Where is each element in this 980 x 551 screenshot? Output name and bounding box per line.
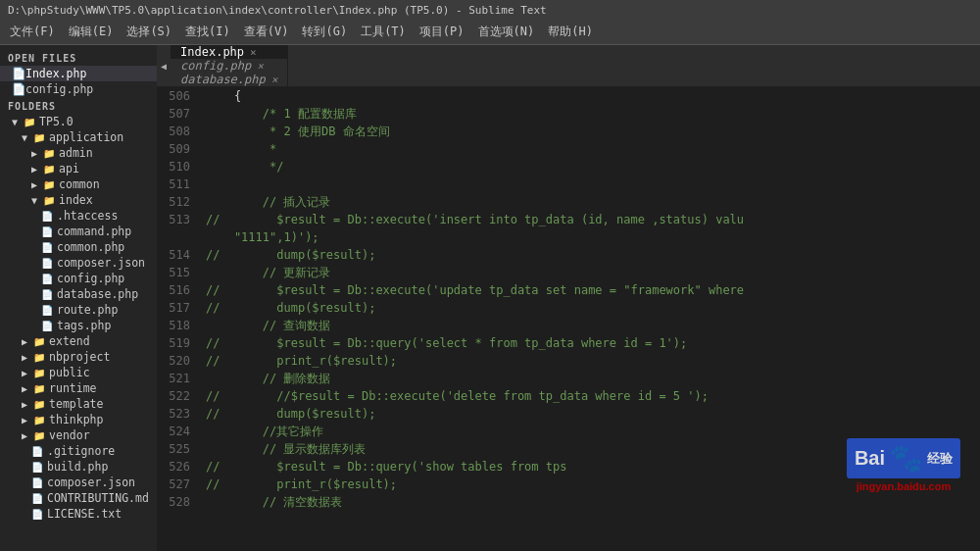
code-line-11: // $result = Db::execute('update tp_data… (206, 281, 980, 299)
line-number-cont (161, 228, 190, 246)
sidebar-item-commonphp[interactable]: 📄common.php (0, 239, 157, 255)
tree-icon: ▶ 📁 (31, 179, 55, 190)
tree-icon: 📄 (41, 289, 53, 300)
tree-label: LICENSE.txt (47, 507, 122, 521)
line-number-515: 515 (161, 264, 190, 281)
sidebar-item-composerjson[interactable]: 📄composer.json (0, 255, 157, 271)
sidebar-item-tagsphp[interactable]: 📄tags.php (0, 318, 157, 333)
sidebar-item-index[interactable]: ▼ 📁index (0, 192, 157, 208)
menu-item-N[interactable]: 首选项(N) (472, 22, 541, 42)
sidebar-item-routephp[interactable]: 📄route.php (0, 302, 157, 318)
tree-icon: 📄 (41, 226, 53, 237)
tree-label: .htaccess (57, 209, 118, 223)
sidebar-item-buildphp[interactable]: 📄build.php (0, 459, 157, 475)
tab-Indexphp[interactable]: Index.php× (171, 45, 288, 59)
menu-item-S[interactable]: 选择(S) (121, 22, 177, 42)
tree-label: admin (59, 146, 93, 160)
code-line-13: // 查询数据 (206, 317, 980, 334)
tree-label: command.php (57, 225, 131, 238)
sidebar-item-nbproject[interactable]: ▶ 📁nbproject (0, 349, 157, 365)
title-text: D:\phpStudy\WWW\TP5.0\application\index\… (8, 4, 547, 17)
line-number-506: 506 (161, 87, 190, 105)
tab-close[interactable]: × (271, 74, 278, 86)
code-line-14: // $result = Db::query('select * from tp… (206, 334, 980, 352)
line-number-519: 519 (161, 334, 190, 352)
menu-item-F[interactable]: 文件(F) (4, 22, 61, 42)
code-line-12: // dump($result); (206, 299, 980, 317)
tab-configphp[interactable]: config.php× (171, 59, 288, 73)
menu-item-T[interactable]: 工具(T) (355, 22, 412, 42)
code-line-17: // //$result = Db::execute('delete from … (206, 387, 980, 405)
line-number-522: 522 (161, 387, 190, 405)
tree-icon: ▶ 📁 (22, 430, 45, 441)
tab-close[interactable]: × (250, 46, 257, 59)
folders-label: FOLDERS (0, 97, 157, 114)
sidebar-item-databasephp[interactable]: 📄database.php (0, 286, 157, 302)
tree-icon: 📄 (41, 305, 53, 316)
menu-item-I[interactable]: 查找(I) (179, 22, 236, 42)
line-number-527: 527 (161, 476, 190, 493)
file-icon: 📄 (12, 82, 25, 96)
tab-prev[interactable]: ◀ (157, 45, 171, 86)
sidebar-open-file-config[interactable]: 📄 config.php (0, 81, 157, 97)
line-number-528: 528 (161, 493, 190, 511)
open-files-label: OPEN FILES (0, 49, 157, 66)
tabs-list: Index.php×config.php×database.php× (171, 45, 288, 86)
menu-item-G[interactable]: 转到(G) (296, 22, 353, 42)
code-line-8: "1111",1)'); (206, 228, 980, 246)
tree-label: application (49, 130, 123, 144)
tree-label: CONTRIBUTING.md (47, 491, 149, 505)
code-line-3: * (206, 140, 980, 158)
tab-close[interactable]: × (257, 60, 264, 73)
tree-label: composer.json (47, 476, 135, 489)
line-number-523: 523 (161, 405, 190, 423)
tree-icon: 📄 (41, 258, 53, 269)
sidebar-item-application[interactable]: ▼ 📁application (0, 129, 157, 145)
menu-item-P[interactable]: 项目(P) (414, 22, 470, 42)
sidebar-open-file-index[interactable]: 📄 Index.php (0, 66, 157, 81)
tree-label: runtime (49, 381, 96, 395)
code-line-23: // 清空数据表 (206, 493, 980, 511)
line-number-508: 508 (161, 123, 190, 140)
sidebar-item-CONTRIBUTINGmd[interactable]: 📄CONTRIBUTING.md (0, 490, 157, 506)
main-area: OPEN FILES 📄 Index.php 📄 config.php FOLD… (0, 45, 980, 551)
code-line-1: /* 1 配置数据库 (206, 105, 980, 123)
tree-icon: 📄 (31, 509, 43, 520)
code-line-7: // $result = Db::execute('insert into tp… (206, 211, 980, 228)
sidebar-item-template[interactable]: ▶ 📁template (0, 396, 157, 412)
sidebar-item-gitignore[interactable]: 📄.gitignore (0, 443, 157, 459)
sidebar-item-extend[interactable]: ▶ 📁extend (0, 333, 157, 349)
sidebar-item-vendor[interactable]: ▶ 📁vendor (0, 427, 157, 443)
line-numbers: 5065075085095105115125135145155165175185… (157, 87, 198, 551)
tab-databasephp[interactable]: database.php× (171, 73, 288, 86)
tree-icon: 📄 (41, 321, 53, 331)
sidebar-item-thinkphp[interactable]: ▶ 📁thinkphp (0, 412, 157, 427)
tree-label: public (49, 366, 90, 379)
sidebar-item-common[interactable]: ▶ 📁common (0, 176, 157, 192)
tree-icon: 📄 (31, 477, 43, 488)
tab-bar: ◀ Index.php×config.php×database.php× (157, 45, 980, 87)
sidebar-item-TP50[interactable]: ▼ 📁TP5.0 (0, 114, 157, 129)
code-line-18: // dump($result); (206, 405, 980, 423)
sidebar-item-commandphp[interactable]: 📄command.php (0, 224, 157, 239)
menu-item-E[interactable]: 编辑(E) (63, 22, 120, 42)
sidebar-item-htaccess[interactable]: 📄.htaccess (0, 208, 157, 224)
line-number-514: 514 (161, 246, 190, 264)
line-number-518: 518 (161, 317, 190, 334)
sidebar-item-admin[interactable]: ▶ 📁admin (0, 145, 157, 161)
menu-item-H[interactable]: 帮助(H) (542, 22, 599, 42)
sidebar-item-configphp[interactable]: 📄config.php (0, 271, 157, 286)
code-line-16: // 删除数据 (206, 370, 980, 387)
sidebar-item-runtime[interactable]: ▶ 📁runtime (0, 380, 157, 396)
sidebar-item-LICENSEtxt[interactable]: 📄LICENSE.txt (0, 506, 157, 522)
tree-icon: ▶ 📁 (22, 415, 45, 426)
tree-icon: 📄 (41, 211, 53, 222)
sidebar-item-public[interactable]: ▶ 📁public (0, 365, 157, 380)
menu-item-V[interactable]: 查看(V) (238, 22, 295, 42)
tree-icon: 📄 (41, 274, 53, 284)
tree-label: index (59, 193, 93, 207)
sidebar-item-composerjson[interactable]: 📄composer.json (0, 475, 157, 490)
sidebar-item-api[interactable]: ▶ 📁api (0, 161, 157, 176)
tree-label: template (49, 397, 103, 411)
line-number-510: 510 (161, 158, 190, 175)
